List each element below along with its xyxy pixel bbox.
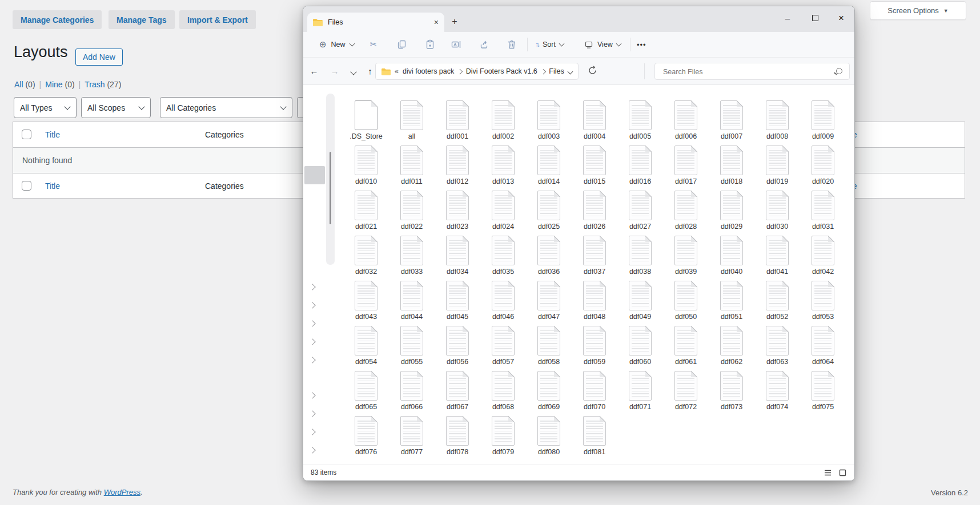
copy-button[interactable] xyxy=(395,38,409,51)
file-item[interactable]: .DS_Store xyxy=(343,100,389,144)
file-item[interactable]: ddf005 xyxy=(617,100,663,144)
search-input[interactable] xyxy=(662,63,830,80)
view-all-link[interactable]: All (0) xyxy=(14,80,35,89)
file-item[interactable]: ddf024 xyxy=(480,191,526,234)
address-dropdown-chevron-icon[interactable] xyxy=(568,68,573,74)
search-box[interactable] xyxy=(654,63,850,80)
new-tab-button[interactable]: + xyxy=(448,15,461,28)
file-item[interactable]: ddf017 xyxy=(663,146,709,189)
file-item[interactable]: ddf034 xyxy=(435,236,480,279)
file-item[interactable]: ddf074 xyxy=(754,371,800,414)
close-window-button[interactable]: × xyxy=(832,10,850,27)
close-tab-icon[interactable]: × xyxy=(434,18,439,26)
file-item[interactable]: ddf050 xyxy=(663,281,709,324)
refresh-button[interactable] xyxy=(588,66,600,77)
tree-expand-chevron-icon[interactable] xyxy=(309,410,315,417)
file-item[interactable]: ddf020 xyxy=(800,146,846,189)
file-item[interactable]: ddf009 xyxy=(800,100,846,144)
file-item[interactable]: all xyxy=(389,100,435,144)
title-column-header[interactable]: Title xyxy=(45,122,60,148)
maximize-button[interactable] xyxy=(806,10,824,27)
file-item[interactable]: ddf072 xyxy=(663,371,709,414)
file-item[interactable]: ddf069 xyxy=(526,371,572,414)
file-item[interactable]: ddf064 xyxy=(800,326,846,369)
breadcrumb-overflow[interactable]: « xyxy=(395,67,399,75)
nav-scrollbar-thumb[interactable] xyxy=(304,166,325,184)
breadcrumb-item[interactable]: Files xyxy=(549,67,564,75)
minimize-button[interactable]: – xyxy=(778,10,797,27)
file-item[interactable]: ddf027 xyxy=(617,191,663,234)
file-item[interactable]: ddf059 xyxy=(572,326,617,369)
file-item[interactable]: ddf016 xyxy=(617,146,663,189)
file-item[interactable]: ddf042 xyxy=(800,236,846,279)
file-item[interactable]: ddf028 xyxy=(663,191,709,234)
file-item[interactable]: ddf041 xyxy=(754,236,800,279)
view-trash-link[interactable]: Trash (27) xyxy=(85,80,121,89)
file-item[interactable]: ddf011 xyxy=(389,146,435,189)
file-item[interactable]: ddf080 xyxy=(526,416,572,459)
file-item[interactable]: ddf055 xyxy=(389,326,435,369)
file-item[interactable]: ddf076 xyxy=(343,416,389,459)
file-item[interactable]: ddf039 xyxy=(663,236,709,279)
tree-expand-chevron-icon[interactable] xyxy=(309,429,315,435)
file-item[interactable]: ddf066 xyxy=(389,371,435,414)
file-item[interactable]: ddf057 xyxy=(480,326,526,369)
breadcrumb-item[interactable]: divi footers pack xyxy=(403,67,454,75)
paste-button[interactable] xyxy=(423,38,437,51)
view-mine-link[interactable]: Mine (0) xyxy=(45,80,74,89)
file-item[interactable]: ddf025 xyxy=(526,191,572,234)
file-item[interactable]: ddf008 xyxy=(754,100,800,144)
file-item[interactable]: ddf067 xyxy=(435,371,480,414)
file-item[interactable]: ddf063 xyxy=(754,326,800,369)
manage-categories-button[interactable]: Manage Categories xyxy=(13,10,102,29)
tree-expand-chevron-icon[interactable] xyxy=(309,338,315,345)
file-item[interactable]: ddf029 xyxy=(709,191,754,234)
file-item[interactable]: ddf075 xyxy=(800,371,846,414)
file-item[interactable]: ddf022 xyxy=(389,191,435,234)
share-button[interactable] xyxy=(477,38,492,51)
recent-locations-chevron-icon[interactable] xyxy=(350,68,356,75)
file-item[interactable]: ddf043 xyxy=(343,281,389,324)
file-item[interactable]: ddf045 xyxy=(435,281,480,324)
file-item[interactable]: ddf056 xyxy=(435,326,480,369)
file-item[interactable]: ddf023 xyxy=(435,191,480,234)
file-item[interactable]: ddf006 xyxy=(663,100,709,144)
file-item[interactable]: ddf014 xyxy=(526,146,572,189)
type-filter-select[interactable]: All Types xyxy=(14,97,77,118)
breadcrumb-item[interactable]: Divi Footers Pack v1.6 xyxy=(466,67,537,75)
see-more-button[interactable]: ••• xyxy=(637,37,646,52)
files-tab[interactable]: Files × xyxy=(307,13,444,32)
file-item[interactable]: ddf044 xyxy=(389,281,435,324)
file-item[interactable]: ddf003 xyxy=(526,100,572,144)
import-export-button[interactable]: Import & Export xyxy=(179,10,256,29)
large-thumbnails-toggle[interactable] xyxy=(838,468,848,478)
file-item[interactable]: ddf033 xyxy=(389,236,435,279)
file-item[interactable]: ddf007 xyxy=(709,100,754,144)
back-button[interactable]: ← xyxy=(307,64,322,78)
tree-expand-chevron-icon[interactable] xyxy=(309,447,315,453)
view-button[interactable]: View xyxy=(584,37,621,52)
file-item[interactable]: ddf037 xyxy=(572,236,617,279)
file-item[interactable]: ddf032 xyxy=(343,236,389,279)
file-item[interactable]: ddf031 xyxy=(800,191,846,234)
file-item[interactable]: ddf061 xyxy=(663,326,709,369)
tree-expand-chevron-icon[interactable] xyxy=(309,357,315,363)
tree-expand-chevron-icon[interactable] xyxy=(309,392,315,398)
rename-button[interactable] xyxy=(449,38,464,51)
file-item[interactable]: ddf001 xyxy=(435,100,480,144)
new-button[interactable]: ⊕ New xyxy=(314,37,360,52)
delete-button[interactable] xyxy=(504,38,519,51)
file-item[interactable]: ddf002 xyxy=(480,100,526,144)
file-item[interactable]: ddf062 xyxy=(709,326,754,369)
file-item[interactable]: ddf015 xyxy=(572,146,617,189)
select-all-checkbox[interactable] xyxy=(22,130,31,139)
manage-tags-button[interactable]: Manage Tags xyxy=(109,10,175,29)
file-item[interactable]: ddf068 xyxy=(480,371,526,414)
file-item[interactable]: ddf019 xyxy=(754,146,800,189)
file-item[interactable]: ddf012 xyxy=(435,146,480,189)
file-item[interactable]: ddf081 xyxy=(572,416,617,459)
nav-scrollbar-thumb-line[interactable] xyxy=(330,152,331,224)
file-item[interactable]: ddf073 xyxy=(709,371,754,414)
file-item[interactable]: ddf048 xyxy=(572,281,617,324)
tree-expand-chevron-icon[interactable] xyxy=(309,284,315,290)
